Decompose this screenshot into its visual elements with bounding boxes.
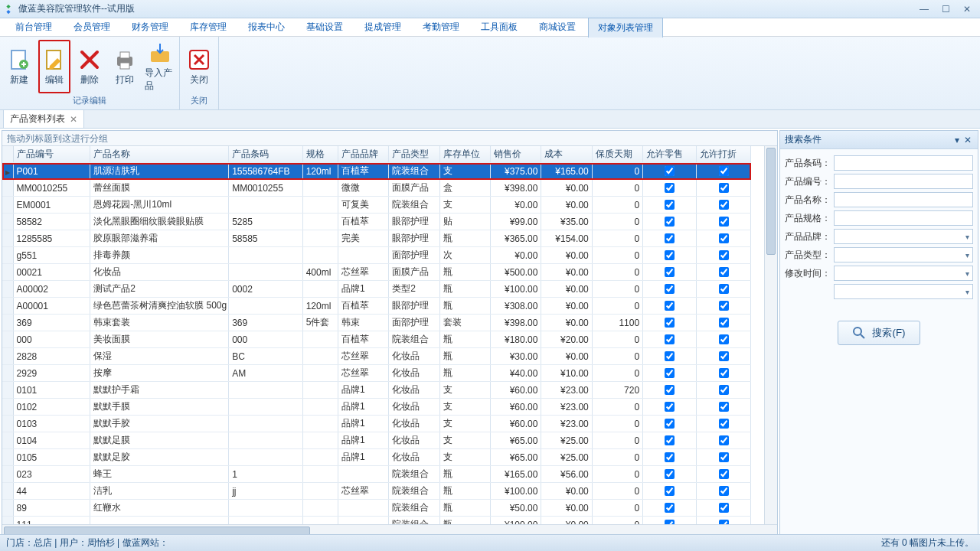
- checkbox[interactable]: [665, 469, 675, 479]
- search-button[interactable]: 搜索(F): [838, 321, 920, 345]
- checkbox[interactable]: [665, 250, 675, 260]
- checkbox[interactable]: [719, 233, 729, 243]
- column-header[interactable]: 允许零售: [643, 146, 697, 163]
- checkbox[interactable]: [719, 385, 729, 395]
- table-row[interactable]: 369韩束套装3695件套韩束面部护理套装¥398.00¥0.001100: [2, 315, 751, 331]
- column-header[interactable]: 产品名称: [90, 146, 229, 163]
- tab-product-list[interactable]: 产品资料列表 ✕: [3, 109, 84, 128]
- table-row[interactable]: 023蜂王1院装组合瓶¥165.00¥56.000: [2, 466, 751, 483]
- checkbox[interactable]: [665, 452, 675, 462]
- checkbox[interactable]: [665, 284, 675, 294]
- column-header[interactable]: 成本: [541, 146, 592, 163]
- checkbox[interactable]: [665, 402, 675, 412]
- checkbox[interactable]: [665, 334, 675, 344]
- checkbox[interactable]: [719, 402, 729, 412]
- table-row[interactable]: 58582淡化黑眼圈细纹眼袋眼贴膜5285百植萃眼部护理贴¥99.00¥35.0…: [2, 214, 751, 230]
- text-input[interactable]: [834, 210, 973, 226]
- table-row[interactable]: MM0010255蕾丝面膜MM0010255微微面膜产品盒¥398.00¥0.0…: [2, 180, 751, 197]
- menu-item[interactable]: 报表中心: [239, 18, 294, 37]
- table-row[interactable]: 2828保湿BC芯丝翠化妆品瓶¥30.00¥0.000: [2, 348, 751, 365]
- checkbox[interactable]: [665, 233, 675, 243]
- table-row[interactable]: 0102默默手膜品牌1化妆品支¥60.00¥23.000: [2, 399, 751, 416]
- checkbox[interactable]: [665, 166, 675, 176]
- text-input[interactable]: [834, 155, 973, 171]
- menu-item[interactable]: 对象列表管理: [588, 18, 663, 37]
- checkbox[interactable]: [719, 334, 729, 344]
- column-header[interactable]: 库存单位: [439, 146, 490, 163]
- menu-item[interactable]: 基础设置: [297, 18, 352, 37]
- ribbon-print-button[interactable]: 打印: [109, 40, 141, 93]
- checkbox[interactable]: [719, 284, 729, 294]
- table-row[interactable]: 000美妆面膜000百植萃院装组合瓶¥180.00¥20.000: [2, 331, 751, 348]
- combo-input[interactable]: [834, 229, 973, 244]
- checkbox[interactable]: [719, 469, 729, 479]
- table-row[interactable]: 0104默默足膜品牌1化妆品支¥65.00¥25.000: [2, 432, 751, 449]
- ribbon-import-button[interactable]: 导入产品: [144, 40, 176, 93]
- menu-item[interactable]: 考勤管理: [413, 18, 469, 37]
- column-header[interactable]: 保质天期: [592, 146, 642, 163]
- checkbox[interactable]: [719, 452, 729, 462]
- menu-item[interactable]: 库存管理: [181, 18, 236, 37]
- column-header[interactable]: 产品条码: [229, 146, 303, 163]
- combo-input[interactable]: [834, 266, 973, 281]
- checkbox[interactable]: [719, 368, 729, 378]
- ribbon-delete-button[interactable]: 删除: [74, 40, 106, 93]
- column-header[interactable]: 销售价: [491, 146, 541, 163]
- table-row[interactable]: 111院装组合瓶¥100.00¥0.000: [2, 517, 751, 525]
- checkbox[interactable]: [665, 301, 675, 311]
- combo-input[interactable]: [834, 284, 973, 299]
- text-input[interactable]: [834, 192, 973, 207]
- table-row[interactable]: 0105默默足胶品牌1化妆品支¥65.00¥25.000: [2, 449, 751, 466]
- tab-close-icon[interactable]: ✕: [70, 114, 77, 125]
- checkbox[interactable]: [665, 267, 675, 277]
- table-row[interactable]: 0101默默护手霜品牌1化妆品支¥60.00¥23.00720: [2, 382, 751, 399]
- checkbox[interactable]: [719, 200, 729, 210]
- table-row[interactable]: 2929按摩AM芯丝翠化妆品瓶¥40.00¥10.000: [2, 365, 751, 382]
- column-header[interactable]: 允许打折: [697, 146, 751, 163]
- pin-icon[interactable]: ▾: [952, 135, 962, 145]
- column-header[interactable]: 产品类型: [389, 146, 439, 163]
- checkbox[interactable]: [719, 217, 729, 227]
- checkbox[interactable]: [665, 318, 675, 328]
- vertical-scrollbar[interactable]: [764, 146, 777, 524]
- ribbon-close-button[interactable]: 关闭: [183, 40, 215, 93]
- table-row[interactable]: A00002测试产品20002品牌1类型2瓶¥100.00¥0.000: [2, 281, 751, 298]
- ribbon-new-button[interactable]: 新建: [3, 40, 35, 93]
- minimize-button[interactable]: —: [914, 3, 934, 15]
- text-input[interactable]: [834, 174, 973, 189]
- table-row[interactable]: 89红鞭水院装组合瓶¥50.00¥0.000: [2, 500, 751, 517]
- menu-item[interactable]: 前台管理: [6, 18, 61, 37]
- checkbox[interactable]: [719, 166, 729, 176]
- checkbox[interactable]: [665, 486, 675, 496]
- checkbox[interactable]: [719, 301, 729, 311]
- group-by-hint[interactable]: 拖动列标题到这进行分组: [2, 131, 777, 146]
- checkbox[interactable]: [665, 217, 675, 227]
- checkbox[interactable]: [719, 486, 729, 496]
- checkbox[interactable]: [665, 419, 675, 429]
- checkbox[interactable]: [719, 318, 729, 328]
- checkbox[interactable]: [665, 385, 675, 395]
- checkbox[interactable]: [719, 351, 729, 361]
- column-header[interactable]: 产品品牌: [338, 146, 388, 163]
- checkbox[interactable]: [665, 368, 675, 378]
- checkbox[interactable]: [665, 351, 675, 361]
- column-header[interactable]: 产品编号: [13, 146, 90, 163]
- panel-close-icon[interactable]: ✕: [962, 135, 973, 145]
- table-row[interactable]: 0103默默手胶品牌1化妆品支¥60.00¥23.000: [2, 416, 751, 432]
- table-row[interactable]: P001肌源洁肤乳155586764FB120ml百植萃院装组合支¥375.00…: [2, 163, 751, 180]
- checkbox[interactable]: [665, 435, 675, 445]
- menu-item[interactable]: 商城设置: [530, 18, 585, 37]
- menu-item[interactable]: 财务管理: [122, 18, 178, 37]
- checkbox[interactable]: [719, 435, 729, 445]
- table-row[interactable]: 00021化妆品400ml芯丝翠面膜产品瓶¥500.00¥0.000: [2, 264, 751, 281]
- table-row[interactable]: 1285585胶原眼部滋养霜58585完美眼部护理瓶¥365.00¥154.00…: [2, 230, 751, 247]
- maximize-button[interactable]: ☐: [936, 3, 956, 15]
- column-header[interactable]: 规格: [302, 146, 338, 163]
- ribbon-edit-button[interactable]: 编辑: [38, 40, 70, 93]
- menu-item[interactable]: 提成管理: [355, 18, 410, 37]
- checkbox[interactable]: [665, 200, 675, 210]
- checkbox[interactable]: [665, 503, 675, 513]
- checkbox[interactable]: [719, 250, 729, 260]
- close-window-button[interactable]: ✕: [957, 3, 977, 15]
- checkbox[interactable]: [719, 183, 729, 193]
